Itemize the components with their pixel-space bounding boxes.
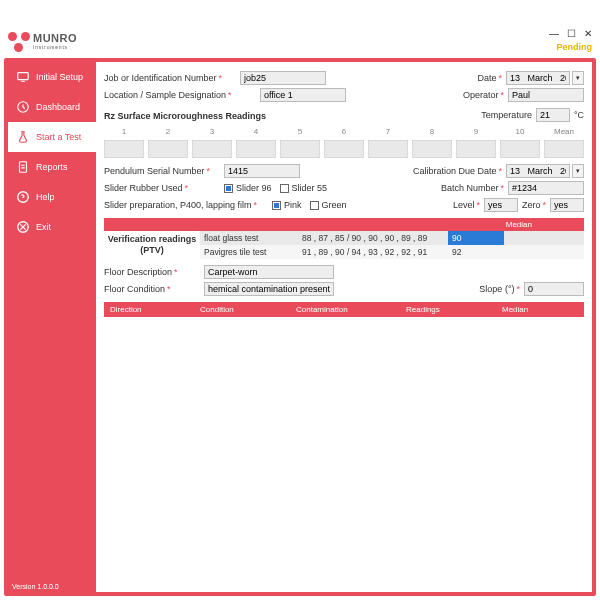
- rz-col: 8: [412, 127, 452, 136]
- svg-rect-0: [18, 73, 29, 80]
- temperature-input[interactable]: [536, 108, 570, 122]
- sidebar-item-label: Reports: [36, 162, 68, 172]
- floor-cond-input[interactable]: [204, 282, 334, 296]
- sidebar-item-reports[interactable]: Reports: [8, 152, 96, 182]
- rz-col: 7: [368, 127, 408, 136]
- rz-col: 4: [236, 127, 276, 136]
- rz-cell[interactable]: [544, 140, 584, 158]
- window-controls: — ☐ ✕: [549, 28, 592, 39]
- date-label: Date*: [477, 73, 502, 83]
- verification-table: float glass test 88 , 87 , 85 / 90 , 90 …: [200, 231, 584, 259]
- sidebar-item-exit[interactable]: Exit: [8, 212, 96, 242]
- table-row[interactable]: float glass test 88 , 87 , 85 / 90 , 90 …: [200, 231, 584, 245]
- rz-cell[interactable]: [412, 140, 452, 158]
- pendulum-input[interactable]: [224, 164, 300, 178]
- help-icon: [16, 190, 30, 204]
- rz-cell[interactable]: [280, 140, 320, 158]
- slider-prep-label: Slider preparation, P400, lapping film*: [104, 200, 272, 210]
- col-contamination: Contamination: [290, 302, 400, 317]
- temperature-label: Temperature: [481, 110, 532, 120]
- results-table-header: Direction Condition Contamination Readin…: [104, 302, 584, 317]
- slope-input[interactable]: [524, 282, 584, 296]
- sidebar-item-dashboard[interactable]: Dashboard: [8, 92, 96, 122]
- verif-values: 91 , 89 , 90 / 94 , 93 , 92 , 92 , 91: [298, 245, 448, 259]
- zero-label: Zero*: [522, 200, 546, 210]
- chevron-down-icon[interactable]: ▾: [572, 71, 584, 85]
- job-id-label: Job or Identification Number*: [104, 73, 222, 83]
- floor-cond-label: Floor Condition*: [104, 284, 204, 294]
- sidebar-item-label: Help: [36, 192, 55, 202]
- monitor-icon: [16, 70, 30, 84]
- slider-55-checkbox[interactable]: Slider 55: [280, 183, 328, 193]
- rz-cell[interactable]: [324, 140, 364, 158]
- rz-cell[interactable]: [236, 140, 276, 158]
- slider-96-checkbox[interactable]: Slider 96: [224, 183, 272, 193]
- main-panel: Job or Identification Number* Date* ▾ Lo…: [96, 62, 592, 592]
- minimize-button[interactable]: —: [549, 28, 559, 39]
- slope-label: Slope (°)*: [479, 284, 520, 294]
- status-pending: Pending: [557, 42, 593, 52]
- green-checkbox[interactable]: Green: [310, 200, 347, 210]
- svg-rect-2: [20, 162, 27, 173]
- version-label: Version 1.0.0.0: [12, 583, 59, 590]
- sidebar-item-label: Initial Setup: [36, 72, 83, 82]
- sidebar-item-label: Start a Test: [36, 132, 81, 142]
- sidebar-item-label: Dashboard: [36, 102, 80, 112]
- col-median: Median: [496, 302, 584, 317]
- maximize-button[interactable]: ☐: [567, 28, 576, 39]
- operator-input[interactable]: [508, 88, 584, 102]
- batch-label: Batch Number*: [441, 183, 504, 193]
- rz-readings-grid: 1 2 3 4 5 6 7 8 9 10 Mean: [104, 127, 584, 158]
- close-button[interactable]: ✕: [584, 28, 592, 39]
- verif-name: float glass test: [200, 231, 298, 245]
- job-id-input[interactable]: [240, 71, 326, 85]
- rz-cell[interactable]: [456, 140, 496, 158]
- rz-col: 5: [280, 127, 320, 136]
- rz-cell[interactable]: [192, 140, 232, 158]
- flask-icon: [16, 130, 30, 144]
- table-row[interactable]: Pavigres tile test 91 , 89 , 90 / 94 , 9…: [200, 245, 584, 259]
- rz-cell[interactable]: [368, 140, 408, 158]
- exit-icon: [16, 220, 30, 234]
- clock-icon: [16, 100, 30, 114]
- floor-desc-input[interactable]: [204, 265, 334, 279]
- location-input[interactable]: [260, 88, 346, 102]
- chevron-down-icon[interactable]: ▾: [572, 164, 584, 178]
- date-field[interactable]: ▾: [506, 71, 584, 85]
- level-label: Level*: [453, 200, 480, 210]
- rz-col: 2: [148, 127, 188, 136]
- col-direction: Direction: [104, 302, 194, 317]
- zero-input[interactable]: [550, 198, 584, 212]
- brand-name: MUNRO Instruments: [33, 32, 77, 50]
- rz-cell[interactable]: [500, 140, 540, 158]
- rz-cell[interactable]: [104, 140, 144, 158]
- level-input[interactable]: [484, 198, 518, 212]
- verif-median: 90: [448, 231, 504, 245]
- app-frame: Initial Setup Dashboard Start a Test Rep…: [4, 58, 596, 596]
- brand-logo: MUNRO Instruments: [8, 30, 77, 52]
- pink-checkbox[interactable]: Pink: [272, 200, 302, 210]
- median-header: Median: [104, 218, 584, 231]
- rz-col: 6: [324, 127, 364, 136]
- sidebar-item-help[interactable]: Help: [8, 182, 96, 212]
- rz-col: 1: [104, 127, 144, 136]
- batch-input[interactable]: [508, 181, 584, 195]
- col-condition: Condition: [194, 302, 290, 317]
- calib-due-label: Calibration Due Date*: [413, 166, 502, 176]
- slider-used-label: Slider Rubber Used*: [104, 183, 224, 193]
- rz-col: 9: [456, 127, 496, 136]
- rz-cell[interactable]: [148, 140, 188, 158]
- location-label: Location / Sample Designation*: [104, 90, 242, 100]
- sidebar-item-initial-setup[interactable]: Initial Setup: [8, 62, 96, 92]
- document-icon: [16, 160, 30, 174]
- sidebar-item-start-test[interactable]: Start a Test: [8, 122, 96, 152]
- calib-due-field[interactable]: ▾: [506, 164, 584, 178]
- verif-values: 88 , 87 , 85 / 90 , 90 , 90 , 89 , 89: [298, 231, 448, 245]
- app-shell: MUNRO Instruments — ☐ ✕ Pending Initial …: [0, 0, 600, 600]
- verification-label: Verification readings (PTV): [104, 234, 200, 256]
- col-readings: Readings: [400, 302, 496, 317]
- temperature-unit: °C: [574, 110, 584, 120]
- floor-desc-label: Floor Description*: [104, 267, 204, 277]
- rz-readings-title: Rz Surface Microroughness Readings: [104, 111, 266, 121]
- operator-label: Operator*: [463, 90, 504, 100]
